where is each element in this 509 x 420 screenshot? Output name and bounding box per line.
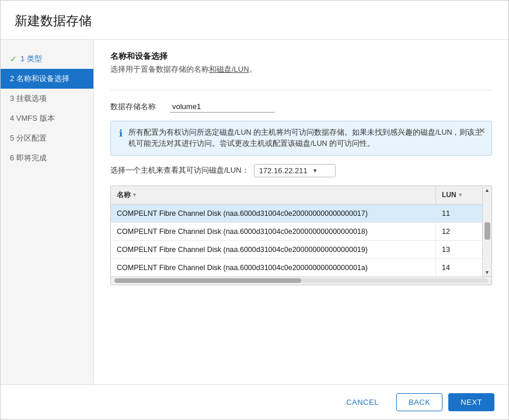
sidebar-item-step6[interactable]: 6 即将完成 xyxy=(1,148,93,168)
col-lun-header[interactable]: LUN ▾ xyxy=(435,186,482,204)
vertical-scrollbar[interactable]: ▲ ▼ xyxy=(482,186,491,276)
sort-lun-icon: ▾ xyxy=(459,192,462,198)
table-main: 名称 ▾ LUN ▾ COMPELNT Fibre Channel Dis xyxy=(111,186,482,276)
info-icon: ℹ xyxy=(119,128,123,139)
sidebar-item-step2[interactable]: 2 名称和设备选择 xyxy=(1,69,93,89)
section-header: 名称和设备选择 选择用于置备数据存储的名称和磁盘/LUN。 xyxy=(110,51,492,79)
scroll-up-icon[interactable]: ▲ xyxy=(484,187,490,193)
dialog-title: 新建数据存储 xyxy=(1,1,508,40)
disk-lun-cell: 12 xyxy=(435,223,482,240)
back-button[interactable]: BACK xyxy=(396,393,442,411)
datastore-name-label: 数据存储名称 xyxy=(110,102,163,112)
dialog-footer: CANCEL BACK NEXT xyxy=(1,384,508,419)
disk-name-cell: COMPELNT Fibre Channel Disk (naa.6000d31… xyxy=(111,223,435,240)
cancel-button[interactable]: CANCEL xyxy=(334,394,391,411)
host-selector-label: 选择一个主机来查看其可访问磁盘/LUN： xyxy=(110,165,249,176)
table-row[interactable]: COMPELNT Fibre Channel Disk (naa.6000d31… xyxy=(111,205,482,223)
horizontal-scrollbar[interactable] xyxy=(111,276,491,285)
disk-lun-cell: 11 xyxy=(435,205,482,222)
disk-name-cell: COMPELNT Fibre Channel Disk (naa.6000d31… xyxy=(111,241,435,258)
sidebar-item-step5[interactable]: 5 分区配置 xyxy=(1,128,93,148)
sidebar-item-step3[interactable]: 3 挂载选项 xyxy=(1,89,93,108)
info-box-text: 所有配置为有权访问所选定磁盘/LUN 的主机将均可访问数据存储。如果未找到感兴趣… xyxy=(128,127,483,149)
header-divider xyxy=(110,90,492,90)
disk-name-cell: COMPELNT Fibre Channel Disk (naa.6000d31… xyxy=(111,259,435,276)
table-header: 名称 ▾ LUN ▾ xyxy=(111,186,482,205)
section-subtitle: 选择用于置备数据存储的名称和磁盘/LUN。 xyxy=(110,64,492,75)
datastore-name-input[interactable] xyxy=(170,101,275,113)
table-row[interactable]: COMPELNT Fibre Channel Disk (naa.6000d31… xyxy=(111,223,482,241)
disk-lun-cell: 14 xyxy=(435,259,482,276)
datastore-name-row: 数据存储名称 xyxy=(110,101,492,113)
new-datastore-dialog: 新建数据存储 ✓ 1 类型 2 名称和设备选择 3 挂载选项 4 VMFS 版本 xyxy=(0,0,509,420)
host-dropdown[interactable]: 172.16.22.211 ▼ xyxy=(254,164,336,177)
sort-name-icon: ▾ xyxy=(133,192,136,198)
table-row[interactable]: COMPELNT Fibre Channel Disk (naa.6000d31… xyxy=(111,241,482,259)
sidebar-item-step4[interactable]: 4 VMFS 版本 xyxy=(1,108,93,128)
h-scrollbar-track xyxy=(114,278,488,283)
disk-name-cell: COMPELNT Fibre Channel Disk (naa.6000d31… xyxy=(111,205,435,222)
sidebar: ✓ 1 类型 2 名称和设备选择 3 挂载选项 4 VMFS 版本 5 分区配置… xyxy=(1,40,94,384)
sidebar-item-step1[interactable]: ✓ 1 类型 xyxy=(1,49,93,69)
table-row[interactable]: COMPELNT Fibre Channel Disk (naa.6000d31… xyxy=(111,259,482,276)
scroll-thumb xyxy=(484,222,490,240)
scroll-down-icon[interactable]: ▼ xyxy=(484,270,490,275)
info-box: ℹ 所有配置为有权访问所选定磁盘/LUN 的主机将均可访问数据存储。如果未找到感… xyxy=(110,121,492,156)
section-title: 名称和设备选择 xyxy=(110,51,492,62)
dialog-body: ✓ 1 类型 2 名称和设备选择 3 挂载选项 4 VMFS 版本 5 分区配置… xyxy=(1,40,508,384)
check-icon-step1: ✓ xyxy=(10,54,17,64)
disk-lun-cell: 13 xyxy=(435,241,482,258)
host-value: 172.16.22.211 xyxy=(259,166,308,175)
h-scrollbar-thumb xyxy=(114,278,301,283)
disk-table: 名称 ▾ LUN ▾ COMPELNT Fibre Channel Dis xyxy=(110,186,492,285)
close-icon[interactable]: ✕ xyxy=(479,126,486,135)
col-name-header[interactable]: 名称 ▾ xyxy=(111,186,435,204)
table-top: 名称 ▾ LUN ▾ COMPELNT Fibre Channel Dis xyxy=(111,186,491,276)
host-selector-row: 选择一个主机来查看其可访问磁盘/LUN： 172.16.22.211 ▼ xyxy=(110,164,492,177)
table-body: COMPELNT Fibre Channel Disk (naa.6000d31… xyxy=(111,205,482,276)
next-button[interactable]: NEXT xyxy=(448,393,494,411)
chevron-down-icon: ▼ xyxy=(312,167,318,174)
main-content: 名称和设备选择 选择用于置备数据存储的名称和磁盘/LUN。 数据存储名称 ℹ 所… xyxy=(94,40,508,384)
